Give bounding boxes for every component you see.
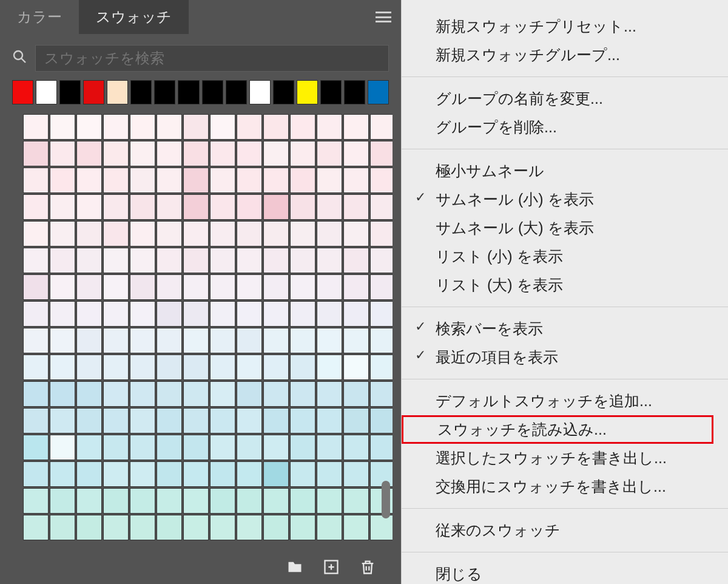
swatch[interactable]	[50, 515, 75, 540]
swatch[interactable]	[76, 221, 102, 246]
tab-color[interactable]: カラー	[0, 0, 79, 34]
swatch[interactable]	[210, 221, 235, 246]
swatch[interactable]	[157, 221, 182, 246]
menu-close[interactable]: 閉じる	[402, 560, 713, 584]
swatch[interactable]	[76, 141, 102, 166]
swatch[interactable]	[157, 114, 182, 140]
swatch[interactable]	[23, 248, 49, 273]
swatch[interactable]	[237, 435, 262, 460]
swatch[interactable]	[103, 408, 129, 433]
swatch[interactable]	[183, 194, 209, 220]
swatch[interactable]	[130, 248, 155, 273]
swatch[interactable]	[237, 488, 262, 514]
swatch[interactable]	[103, 274, 129, 300]
menu-view-list-small[interactable]: リスト (小) を表示	[402, 242, 713, 271]
recent-color[interactable]	[249, 80, 271, 104]
swatch[interactable]	[290, 114, 315, 140]
menu-export-exchange[interactable]: 交換用にスウォッチを書き出し...	[402, 472, 713, 501]
swatch[interactable]	[370, 381, 393, 407]
swatch[interactable]	[130, 461, 155, 487]
menu-export-selected[interactable]: 選択したスウォッチを書き出し...	[402, 444, 713, 472]
swatch[interactable]	[290, 328, 315, 353]
swatch[interactable]	[183, 408, 209, 433]
swatch[interactable]	[263, 488, 289, 514]
swatch[interactable]	[50, 114, 75, 140]
panel-menu-icon[interactable]	[376, 12, 391, 22]
swatch[interactable]	[183, 355, 209, 380]
swatch[interactable]	[370, 435, 393, 460]
swatch[interactable]	[370, 515, 393, 540]
menu-view-small[interactable]: サムネール (小) を表示	[402, 185, 713, 214]
swatch[interactable]	[263, 435, 289, 460]
swatch[interactable]	[103, 301, 129, 327]
swatch[interactable]	[103, 168, 129, 193]
recent-color[interactable]	[344, 80, 365, 104]
swatch[interactable]	[210, 408, 235, 433]
recent-color[interactable]	[107, 80, 128, 104]
swatch[interactable]	[237, 328, 262, 353]
swatch[interactable]	[130, 328, 155, 353]
swatch[interactable]	[183, 248, 209, 273]
swatch[interactable]	[157, 248, 182, 273]
swatch[interactable]	[183, 141, 209, 166]
swatch[interactable]	[317, 114, 342, 140]
search-input[interactable]	[35, 45, 389, 72]
swatch[interactable]	[317, 355, 342, 380]
swatch[interactable]	[50, 488, 75, 514]
swatch[interactable]	[237, 194, 262, 220]
swatch[interactable]	[23, 408, 49, 433]
swatch[interactable]	[157, 301, 182, 327]
swatch[interactable]	[237, 168, 262, 193]
swatch[interactable]	[210, 301, 235, 327]
swatch[interactable]	[263, 274, 289, 300]
swatch[interactable]	[210, 168, 235, 193]
swatch[interactable]	[263, 328, 289, 353]
swatch[interactable]	[263, 248, 289, 273]
swatch[interactable]	[237, 381, 262, 407]
swatch[interactable]	[76, 168, 102, 193]
swatch[interactable]	[210, 248, 235, 273]
swatch[interactable]	[183, 221, 209, 246]
swatch[interactable]	[50, 141, 75, 166]
swatch[interactable]	[343, 248, 369, 273]
swatch[interactable]	[237, 221, 262, 246]
swatch[interactable]	[343, 141, 369, 166]
menu-add-default[interactable]: デフォルトスウォッチを追加...	[402, 387, 713, 415]
new-swatch-icon[interactable]	[322, 559, 340, 576]
swatch[interactable]	[290, 355, 315, 380]
swatch[interactable]	[130, 194, 155, 220]
swatch[interactable]	[290, 381, 315, 407]
swatch[interactable]	[343, 301, 369, 327]
swatch[interactable]	[290, 301, 315, 327]
swatch[interactable]	[157, 488, 182, 514]
swatch[interactable]	[263, 114, 289, 140]
swatch[interactable]	[343, 488, 369, 514]
swatch[interactable]	[317, 168, 342, 193]
swatch[interactable]	[370, 141, 393, 166]
swatch[interactable]	[157, 435, 182, 460]
swatch[interactable]	[76, 515, 102, 540]
swatch[interactable]	[130, 168, 155, 193]
tab-swatches[interactable]: スウォッチ	[79, 0, 189, 34]
swatch[interactable]	[343, 435, 369, 460]
swatch[interactable]	[50, 194, 75, 220]
swatch[interactable]	[157, 141, 182, 166]
menu-view-list-large[interactable]: リスト (大) を表示	[402, 271, 713, 299]
swatch[interactable]	[23, 328, 49, 353]
recent-color[interactable]	[59, 80, 81, 104]
swatch[interactable]	[23, 141, 49, 166]
swatch[interactable]	[317, 408, 342, 433]
swatch[interactable]	[183, 328, 209, 353]
swatch[interactable]	[130, 355, 155, 380]
swatch[interactable]	[317, 328, 342, 353]
swatch[interactable]	[130, 301, 155, 327]
swatch[interactable]	[23, 435, 49, 460]
swatch[interactable]	[263, 194, 289, 220]
swatch[interactable]	[50, 435, 75, 460]
swatch[interactable]	[183, 435, 209, 460]
swatch[interactable]	[183, 461, 209, 487]
swatch[interactable]	[317, 515, 342, 540]
swatch[interactable]	[103, 461, 129, 487]
swatch[interactable]	[76, 408, 102, 433]
swatch[interactable]	[50, 248, 75, 273]
